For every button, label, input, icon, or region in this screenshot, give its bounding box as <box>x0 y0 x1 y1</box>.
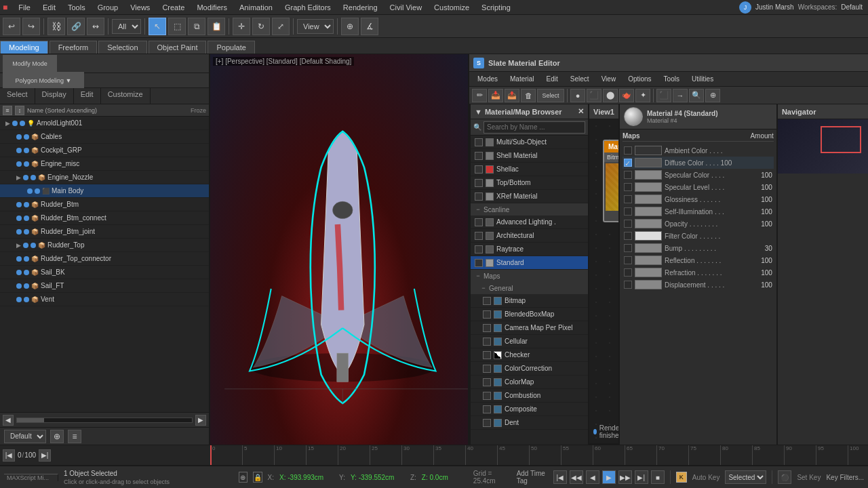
menu-rendering[interactable]: Rendering <box>338 2 383 13</box>
snap-btn[interactable]: ⊕ <box>341 18 359 35</box>
menu-modifiers[interactable]: Modifiers <box>191 2 233 13</box>
list-item[interactable]: 📦 Sail_FT <box>0 279 209 293</box>
mat-checkbox[interactable] <box>483 351 491 359</box>
undo-button[interactable]: ↩ <box>3 18 20 35</box>
prop-cb-glossiness[interactable] <box>624 195 632 203</box>
menu-edit[interactable]: Edit <box>37 2 61 13</box>
map21-node[interactable]: Map #21 Bitmap Out <box>603 140 618 222</box>
prop-color-refraction[interactable] <box>635 268 662 277</box>
mat-checkbox[interactable] <box>483 338 491 346</box>
list-item[interactable]: 📦 Rudder_Btm_joint <box>0 225 209 239</box>
play-forward-btn[interactable]: ▶ <box>602 470 616 484</box>
prop-color-filter[interactable] <box>635 231 662 241</box>
browser-close-icon[interactable]: ✕ <box>578 107 584 116</box>
prop-cb-displacement[interactable] <box>624 281 632 289</box>
mat-item-combustion[interactable]: Combustion <box>471 389 588 403</box>
mat-item-colorcorrection[interactable]: ColorCorrection <box>471 362 588 375</box>
mat-checkbox[interactable] <box>483 297 491 305</box>
list-item-main-body[interactable]: ⬛ Main Body <box>0 184 209 198</box>
sme-assign-btn[interactable]: → <box>673 89 688 102</box>
sme-menu-options[interactable]: Options <box>623 74 656 84</box>
mat-item-dent[interactable]: Dent <box>471 416 588 430</box>
mat-item-multisubobject[interactable]: Multi/Sub-Object <box>471 136 588 149</box>
sme-menu-tools[interactable]: Tools <box>658 74 685 84</box>
menu-views[interactable]: Views <box>125 2 155 13</box>
menu-scripting[interactable]: Scripting <box>476 2 516 13</box>
menu-animation[interactable]: Animation <box>234 2 278 13</box>
mat-item-colormap[interactable]: ColorMap <box>471 375 588 389</box>
mat-checkbox[interactable] <box>475 138 483 146</box>
mat-item-topbottom[interactable]: Top/Bottom <box>471 176 588 190</box>
mat-checkbox[interactable] <box>483 419 491 427</box>
prop-color-specular[interactable] <box>635 170 662 180</box>
add-time-tag-btn[interactable]: Add Time Tag <box>517 470 548 485</box>
timeline-prev-btn[interactable]: |◀ <box>3 449 15 462</box>
mat-checkbox[interactable] <box>483 378 491 386</box>
prop-cb-filter[interactable] <box>624 232 632 240</box>
mat-item-standard[interactable]: Standard <box>471 256 588 270</box>
scene-tab-display[interactable]: Display <box>35 88 74 104</box>
rotate-btn[interactable]: ↻ <box>252 18 270 35</box>
prop-color-glossiness[interactable] <box>635 195 662 204</box>
select-region-btn[interactable]: ⬚ <box>168 18 186 35</box>
prop-cb-reflection[interactable] <box>624 256 632 264</box>
mat-item-blendedboxmap[interactable]: BlendedBoxMap <box>471 308 588 321</box>
general-section-header[interactable]: － General <box>471 282 588 294</box>
tab-populate[interactable]: Populate <box>208 41 254 54</box>
prop-cb-self-illum[interactable] <box>624 207 632 216</box>
scale-btn[interactable]: ⤢ <box>272 18 290 35</box>
move-btn[interactable]: ✛ <box>233 18 250 35</box>
menu-create[interactable]: Create <box>157 2 190 13</box>
tab-selection[interactable]: Selection <box>98 41 146 54</box>
tab-object-paint[interactable]: Object Paint <box>149 41 207 54</box>
sme-pick-material-btn[interactable]: ✏ <box>472 89 487 102</box>
prop-cb-opacity[interactable] <box>624 220 632 228</box>
timeline-next-btn[interactable]: ▶| <box>39 449 51 462</box>
mat-checkbox[interactable] <box>475 218 483 226</box>
maxscript-mini[interactable]: MAXScript Mi... <box>4 474 58 481</box>
menu-customize[interactable]: Customize <box>429 2 475 13</box>
list-item[interactable]: 📦 Cables <box>0 130 209 144</box>
stop-btn[interactable]: ■ <box>651 470 665 484</box>
add-to-layer-btn[interactable]: ≡ <box>68 430 81 443</box>
mat-item-architectural[interactable]: Architectural <box>471 229 588 243</box>
browser-dropdown-icon[interactable]: ▼ <box>475 108 482 116</box>
prev-key-btn[interactable]: ◀◀ <box>570 470 583 484</box>
scroll-right-btn[interactable]: ▶ <box>195 415 206 426</box>
angle-snap-btn[interactable]: ∡ <box>361 18 378 35</box>
viewport-panel[interactable]: [+] [Perspective] [Standard] [Default Sh… <box>210 54 468 445</box>
prop-cb-refraction[interactable] <box>624 268 632 277</box>
select-lasso-btn[interactable]: ⧉ <box>188 18 205 35</box>
prop-cb-ambient[interactable] <box>624 146 632 155</box>
mat-item-bitmap[interactable]: Bitmap <box>471 294 588 308</box>
mat-checkbox[interactable] <box>483 310 491 319</box>
redo-button[interactable]: ↪ <box>22 18 40 35</box>
select-object-btn[interactable]: ↖ <box>149 18 166 35</box>
prop-color-opacity[interactable] <box>635 219 662 228</box>
mat-checkbox[interactable] <box>475 152 483 160</box>
mat-item-shellac[interactable]: Shellac <box>471 163 588 176</box>
node-canvas[interactable]: Map #21 Bitmap Out <box>589 119 618 443</box>
sort-icon[interactable]: ↕ <box>15 106 24 115</box>
prop-cb-bump[interactable] <box>624 244 632 252</box>
tab-modeling[interactable]: Modeling <box>0 41 48 54</box>
mat-checkbox[interactable] <box>475 245 483 253</box>
layer-select[interactable]: Default <box>4 430 46 443</box>
prop-cb-diffuse[interactable]: ✓ <box>624 159 632 167</box>
list-item[interactable]: ▶ 📦 Engine_Nozzle <box>0 171 209 184</box>
scene-tab-select[interactable]: Select <box>0 88 35 104</box>
list-item[interactable]: ▶ 💡 ArnoldLight001 <box>0 117 209 130</box>
mat-checkbox[interactable] <box>475 259 483 267</box>
list-item[interactable]: 📦 Rudder_Btm_connect <box>0 211 209 225</box>
sme-menu-modes[interactable]: Modes <box>472 74 503 84</box>
menu-file[interactable]: File <box>13 2 36 13</box>
create-layer-btn[interactable]: ⊕ <box>50 430 64 443</box>
mat-checkbox[interactable] <box>483 405 491 413</box>
selected-dropdown[interactable]: Selected <box>725 470 766 484</box>
list-item[interactable]: 📦 Rudder_Btm <box>0 198 209 211</box>
list-item[interactable]: 📦 Engine_misc <box>0 157 209 171</box>
scene-tab-customize[interactable]: Customize <box>101 88 151 104</box>
menu-civil-view[interactable]: Civil View <box>384 2 427 13</box>
sme-menu-material[interactable]: Material <box>505 74 540 84</box>
scroll-left-btn[interactable]: ◀ <box>3 415 14 426</box>
